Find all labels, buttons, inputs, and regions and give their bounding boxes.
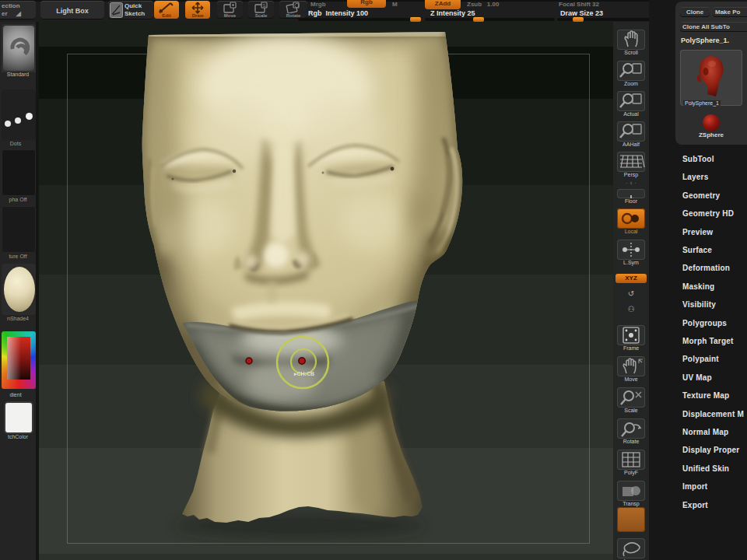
svg-text:S: S — [262, 3, 265, 8]
svg-text:▸CH:CB: ▸CH:CB — [293, 371, 314, 376]
